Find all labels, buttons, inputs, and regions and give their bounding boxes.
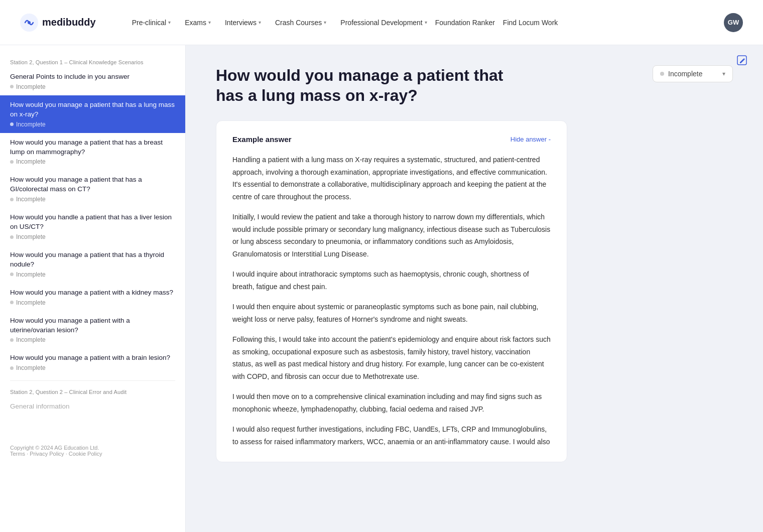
sidebar-divider — [10, 380, 175, 381]
chevron-down-icon: ▾ — [208, 20, 211, 25]
nav-preclinical[interactable]: Pre-clinical ▾ — [126, 15, 177, 31]
sidebar-item-7[interactable]: How would you manage a patient with a ut… — [0, 311, 185, 349]
nav-interviews[interactable]: Interviews ▾ — [219, 15, 267, 31]
status-dropdown[interactable]: Incomplete ▾ — [653, 65, 733, 82]
sidebar-item-4-title: How would you handle a patient that has … — [10, 213, 175, 232]
chevron-down-icon: ▾ — [324, 20, 326, 25]
chevron-down-icon: ▾ — [168, 20, 171, 25]
cookie-link[interactable]: Cookie Policy — [69, 451, 102, 457]
status-dot-icon — [660, 72, 664, 76]
status-dot-icon — [10, 273, 14, 276]
sidebar-item-1-status: Incomplete — [10, 121, 175, 128]
status-dot-icon — [10, 301, 14, 304]
page-layout: Station 2, Question 1 – Clinical Knowled… — [0, 45, 763, 532]
nav-crash-courses[interactable]: Crash Courses ▾ — [269, 15, 332, 31]
sidebar: Station 2, Question 1 – Clinical Knowled… — [0, 45, 186, 532]
main-content: How would you manage a patient that has … — [186, 45, 763, 532]
status-dot-icon — [10, 160, 14, 164]
hide-answer-button[interactable]: Hide answer - — [511, 136, 551, 143]
sidebar-section1-label: Station 2, Question 1 – Clinical Knowled… — [0, 55, 185, 67]
header: medibuddy Pre-clinical ▾ Exams ▾ Intervi… — [0, 0, 763, 45]
chevron-down-icon: ▾ — [259, 20, 261, 25]
sidebar-item-general-info-title: General information — [10, 402, 175, 412]
status-label: Incomplete — [668, 70, 702, 78]
status-dot-icon — [10, 85, 14, 88]
question-title: How would you manage a patient that has … — [216, 65, 517, 105]
nav-exams[interactable]: Exams ▾ — [179, 15, 217, 31]
sidebar-item-6-title: How would you manage a patient with a ki… — [10, 288, 175, 298]
main-nav: Pre-clinical ▾ Exams ▾ Interviews ▾ Cras… — [126, 15, 724, 31]
sidebar-item-6-status: Incomplete — [10, 299, 175, 306]
chevron-down-icon: ▾ — [722, 70, 725, 77]
answer-card-header: Example answer Hide answer - — [232, 135, 551, 144]
sidebar-item-0-title: General Points to include in you answer — [10, 72, 175, 82]
sidebar-item-2[interactable]: How would you manage a patient that has … — [0, 133, 185, 171]
sidebar-item-1-title: How would you manage a patient that has … — [10, 100, 175, 119]
privacy-link[interactable]: Privacy Policy — [30, 451, 64, 457]
status-dot-icon — [10, 122, 14, 126]
avatar[interactable]: GW — [724, 13, 743, 32]
answer-para-5: I would then move on to a comprehensive … — [232, 390, 551, 415]
nav-right: Foundation Ranker Find Locum Work — [435, 19, 558, 27]
sidebar-item-5-title: How would you manage a patient that has … — [10, 250, 175, 270]
sidebar-item-3-title: How would you manage a patient that has … — [10, 175, 175, 194]
sidebar-item-5-status: Incomplete — [10, 271, 175, 278]
terms-link[interactable]: Terms — [10, 451, 25, 457]
sidebar-item-8-status: Incomplete — [10, 364, 175, 371]
answer-para-2: I would inquire about intrathoracic symp… — [232, 268, 551, 293]
chevron-down-icon: ▾ — [425, 20, 427, 25]
sidebar-item-4[interactable]: How would you handle a patient that has … — [0, 208, 185, 245]
sidebar-item-0[interactable]: General Points to include in you answer … — [0, 67, 185, 95]
answer-para-1: Initially, I would review the patient an… — [232, 211, 551, 260]
nav-foundation-ranker[interactable]: Foundation Ranker — [435, 19, 495, 27]
answer-para-0: Handling a patient with a lung mass on X… — [232, 154, 551, 203]
nav-find-locum-work[interactable]: Find Locum Work — [503, 19, 558, 27]
status-dot-icon — [10, 235, 14, 239]
answer-para-3: I would then enquire about systemic or p… — [232, 301, 551, 325]
svg-point-1 — [28, 21, 31, 24]
sidebar-item-0-status: Incomplete — [10, 83, 175, 90]
logo-text: medibuddy — [42, 17, 96, 28]
edit-icon[interactable] — [737, 55, 748, 69]
example-answer-label: Example answer — [232, 135, 292, 144]
logo-icon — [20, 14, 38, 32]
sidebar-item-3[interactable]: How would you manage a patient that has … — [0, 170, 185, 208]
sidebar-item-7-title: How would you manage a patient with a ut… — [10, 316, 175, 335]
answer-text: Handling a patient with a lung mass on X… — [232, 154, 551, 448]
sidebar-item-6[interactable]: How would you manage a patient with a ki… — [0, 283, 185, 311]
answer-card: Example answer Hide answer - Handling a … — [216, 120, 567, 462]
sidebar-item-7-status: Incomplete — [10, 336, 175, 343]
sidebar-item-8-title: How would you manage a patient with a br… — [10, 353, 175, 363]
sidebar-item-5[interactable]: How would you manage a patient that has … — [0, 245, 185, 283]
sidebar-item-4-status: Incomplete — [10, 233, 175, 240]
answer-para-6: I would also request further investigati… — [232, 423, 551, 448]
sidebar-item-1[interactable]: How would you manage a patient that has … — [0, 95, 185, 133]
status-dot-icon — [10, 338, 14, 342]
status-dot-icon — [10, 198, 14, 201]
question-header: How would you manage a patient that has … — [216, 65, 733, 105]
nav-professional-development[interactable]: Professional Development ▾ — [334, 15, 433, 31]
sidebar-section2-label: Station 2, Question 2 – Clinical Error a… — [0, 385, 185, 397]
sidebar-item-general-info[interactable]: General information — [0, 397, 185, 417]
sidebar-item-2-title: How would you manage a patient that has … — [10, 138, 175, 157]
logo[interactable]: medibuddy — [20, 14, 96, 32]
sidebar-item-3-status: Incomplete — [10, 196, 175, 203]
sidebar-item-2-status: Incomplete — [10, 158, 175, 165]
status-dot-icon — [10, 366, 14, 370]
sidebar-item-8[interactable]: How would you manage a patient with a br… — [0, 348, 185, 376]
footer: Copyright © 2024 AG Education Ltd. Terms… — [0, 437, 185, 465]
answer-para-4: Following this, I would take into accoun… — [232, 333, 551, 382]
